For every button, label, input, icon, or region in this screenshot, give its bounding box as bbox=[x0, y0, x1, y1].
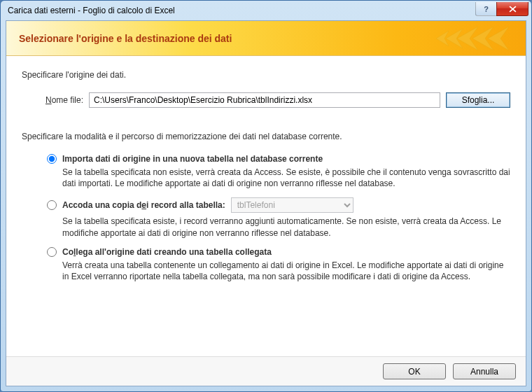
window-title: Carica dati esterni - Foglio di calcolo … bbox=[8, 6, 475, 15]
source-section-label: Specificare l'origine dei dati. bbox=[22, 70, 510, 80]
option-import: Importa dati di origine in una nuova tab… bbox=[47, 154, 510, 189]
radio-append[interactable] bbox=[47, 200, 57, 210]
banner-arrows-icon bbox=[418, 27, 509, 50]
browse-button[interactable]: Sfoglia... bbox=[446, 92, 510, 108]
option-link-title: Collega all'origine dati creando una tab… bbox=[62, 247, 272, 257]
option-link: Collega all'origine dati creando una tab… bbox=[47, 247, 510, 282]
content-area: Specificare l'origine dei dati. Nome fil… bbox=[6, 56, 526, 356]
close-icon bbox=[509, 6, 517, 13]
option-append-desc: Se la tabella specificata esiste, i reco… bbox=[62, 216, 510, 238]
wizard-banner: Selezionare l'origine e la destinazione … bbox=[6, 21, 526, 56]
storage-section-label: Specificare la modalità e il percorso di… bbox=[22, 132, 510, 141]
radio-link[interactable] bbox=[47, 247, 57, 257]
ok-button[interactable]: OK bbox=[383, 363, 446, 379]
option-import-title: Importa dati di origine in una nuova tab… bbox=[62, 154, 323, 164]
option-append: Accoda una copia dei record alla tabella… bbox=[47, 197, 510, 238]
client-area: Selezionare l'origine e la destinazione … bbox=[6, 20, 526, 386]
window-controls: ? bbox=[475, 2, 528, 16]
titlebar[interactable]: Carica dati esterni - Foglio di calcolo … bbox=[1, 1, 531, 20]
cancel-button[interactable]: Annulla bbox=[453, 363, 516, 379]
file-path-input[interactable] bbox=[89, 92, 440, 108]
close-button[interactable] bbox=[496, 2, 528, 16]
help-button[interactable]: ? bbox=[475, 2, 496, 16]
dialog-footer: OK Annulla bbox=[6, 356, 526, 386]
dialog-window: Carica dati esterni - Foglio di calcolo … bbox=[0, 0, 532, 392]
radio-import[interactable] bbox=[47, 154, 57, 164]
file-row: Nome file: Sfoglia... bbox=[22, 92, 510, 108]
option-import-desc: Se la tabella specificata non esiste, ve… bbox=[62, 167, 510, 189]
option-link-desc: Verrà creata una tabella contenente un c… bbox=[62, 260, 510, 282]
append-table-select[interactable]: tblTelefoni bbox=[231, 197, 354, 213]
option-append-title: Accoda una copia dei record alla tabella… bbox=[62, 200, 225, 210]
file-name-label: Nome file: bbox=[43, 95, 83, 105]
banner-heading: Selezionare l'origine e la destinazione … bbox=[19, 33, 232, 44]
